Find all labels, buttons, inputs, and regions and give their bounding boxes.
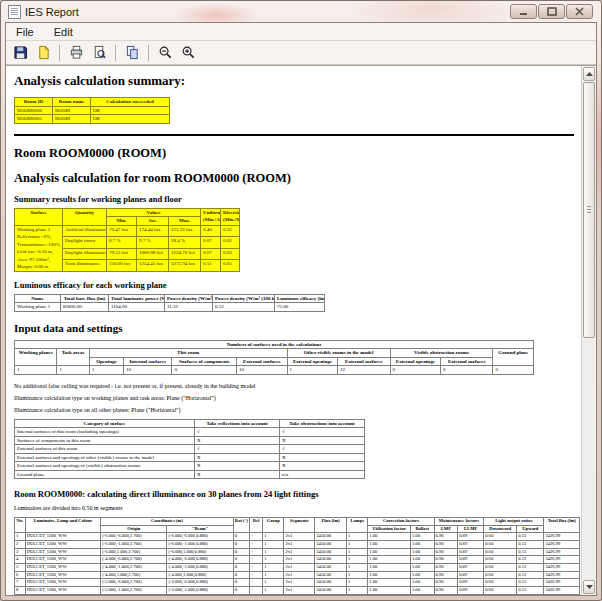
table-cell: DULCET, 1200, WW <box>25 579 101 587</box>
window-document-icon <box>8 5 21 19</box>
table-cell: Ground plane <box>15 470 195 479</box>
table-cell: 3426.99 <box>544 556 580 564</box>
table-cell: 1 <box>263 586 284 594</box>
table-cell: 0.60 <box>484 563 517 571</box>
col-group-correction-factors: Correction factors <box>368 518 434 526</box>
table-cell: Daylight illuminance <box>63 248 107 260</box>
print-preview-button[interactable] <box>90 44 108 62</box>
col-header-working-planes: Working planes <box>15 349 57 366</box>
menu-bar: File Edit <box>6 23 596 41</box>
table-cell: 3450.00 <box>315 540 347 548</box>
menu-edit[interactable]: Edit <box>52 25 75 39</box>
table-cell: 1 <box>15 366 57 375</box>
col-header-ext-surfaces-obstruction: External surfaces <box>440 357 493 366</box>
table-cell: 1.00 <box>368 579 411 587</box>
surface-category-table: Category of surface Take reflections int… <box>14 419 365 480</box>
table-cell: - <box>250 540 263 548</box>
export-document-button[interactable] <box>34 44 52 62</box>
col-header-name: Name <box>15 294 61 303</box>
document-area: Analysis calculation summary: Room ID Ro… <box>6 65 596 595</box>
ies-report-window: IES Report File Edit <box>0 0 602 601</box>
table-row: 5DULCET, 1200, WW(-4.000,-1.000,2.700)(-… <box>15 563 580 571</box>
table-cell: 3272.94 lux <box>169 260 201 272</box>
table-cell: 3450.00 <box>315 594 347 595</box>
save-button[interactable] <box>11 44 29 62</box>
col-header-min: Min. <box>107 217 137 226</box>
table-cell: 0.12 <box>517 556 544 564</box>
table-cell: √ <box>280 428 365 437</box>
table-cell: ROOM0000 <box>15 106 53 115</box>
menu-file[interactable]: File <box>14 25 36 39</box>
col-header-obstructions: Take obstructions into account <box>280 419 365 428</box>
table-cell: 0.12 <box>517 533 544 541</box>
table-cell: 2x1 <box>284 548 315 556</box>
print-button[interactable] <box>67 44 85 62</box>
col-header-values: Values <box>107 208 201 217</box>
col-header-beam: "Beam" <box>167 525 233 533</box>
scrollbar-thumb[interactable] <box>583 82 595 338</box>
table-cell: 9 <box>15 594 26 595</box>
table-cell: 0.90 <box>434 540 458 548</box>
col-header-ext-openings-obstruction: External openings <box>390 357 440 366</box>
minimize-button[interactable] <box>510 4 537 19</box>
table-cell: 1080.98 lux <box>137 248 169 260</box>
table-cell: 1.00 <box>410 579 434 587</box>
col-header-reflections: Take reflections into account <box>195 419 280 428</box>
surfaces-table-title: Numbers of surfaces used in the calculat… <box>15 340 534 349</box>
col-header-surface: Surface <box>15 208 63 225</box>
table-cell: 0.12 <box>517 579 544 587</box>
table-cell: 0.90 <box>434 563 458 571</box>
table-cell: 0.7 % <box>107 237 137 249</box>
table-cell: ROOM0001 <box>15 115 53 124</box>
table-cell: 3450.00 <box>315 563 347 571</box>
table-cell: 1 <box>347 563 368 571</box>
zoom-in-icon <box>181 45 196 60</box>
table-cell: 1.00 <box>410 594 434 595</box>
table-cell: - <box>250 556 263 564</box>
table-row: 1DULCET, 1200, WW(-6.000,-6.000,2.700)(-… <box>15 533 580 541</box>
input-data-heading: Input data and settings <box>14 322 574 334</box>
zoom-out-button[interactable] <box>156 44 174 62</box>
table-row: Internal surfaces of this room (includin… <box>15 428 365 437</box>
illuminance-type-other: Illuminance calculation type on all othe… <box>14 407 574 413</box>
maximize-button[interactable] <box>538 4 565 19</box>
table-cell: (-3.000,-1.000,0.880) <box>167 586 233 594</box>
table-cell: 3426.99 <box>544 586 580 594</box>
table-cell: 0 <box>172 366 237 375</box>
table-row: Numbers of surfaces used in the calculat… <box>15 340 534 349</box>
table-cell: 3426.99 <box>544 594 580 595</box>
table-row: Ground planeXn/a <box>15 470 365 479</box>
rooms-table-body: ROOM0000ROOMOKROOM0001ROOMOK <box>15 106 170 123</box>
table-cell: 1104.00 <box>109 303 165 312</box>
table-cell: DULCET, 1200, WW <box>25 548 101 556</box>
table-cell: (-3.000,-6.000,0.880) <box>167 579 233 587</box>
table-cell: 6.52 <box>213 303 275 312</box>
table-cell: 0 <box>233 533 250 541</box>
close-button[interactable] <box>566 4 593 19</box>
summary-heading: Analysis calculation summary: <box>14 73 574 89</box>
table-cell: 3450.00 <box>315 571 347 579</box>
table-cell: 0.07 <box>201 248 221 260</box>
zoom-out-icon <box>158 45 173 60</box>
table-cell: External surfaces of this room <box>15 445 195 454</box>
col-header-quantity: Quantity <box>63 208 107 225</box>
table-cell: DULCET, 1200, WW <box>25 571 101 579</box>
table-cell: DULCET, 1200, WW <box>25 556 101 564</box>
table-cell: 1 <box>347 540 368 548</box>
copy-icon <box>125 45 140 60</box>
table-cell: 79.53 lux <box>107 248 137 260</box>
table-row: 9DULCET, 1200, WW(-3.000,1.000,2.700)(-3… <box>15 594 580 595</box>
table-cell: 1254.41 lux <box>137 260 169 272</box>
table-cell: 0.60 <box>484 540 517 548</box>
scroll-down-button[interactable] <box>583 580 595 594</box>
scroll-up-button[interactable] <box>583 67 595 81</box>
zoom-in-button[interactable] <box>179 44 197 62</box>
table-cell: 3426.99 <box>544 579 580 587</box>
copy-button[interactable] <box>123 44 141 62</box>
rooms-table-head: Room ID Room name Calculation succeeded <box>15 98 170 107</box>
col-header-no: No. <box>15 518 26 533</box>
vertical-scrollbar[interactable] <box>581 66 596 595</box>
table-cell: 2x1 <box>284 579 315 587</box>
table-cell: 0.60 <box>484 579 517 587</box>
table-row: 2DULCET, 1200, WW(-6.000,-1.000,2.700)(-… <box>15 540 580 548</box>
